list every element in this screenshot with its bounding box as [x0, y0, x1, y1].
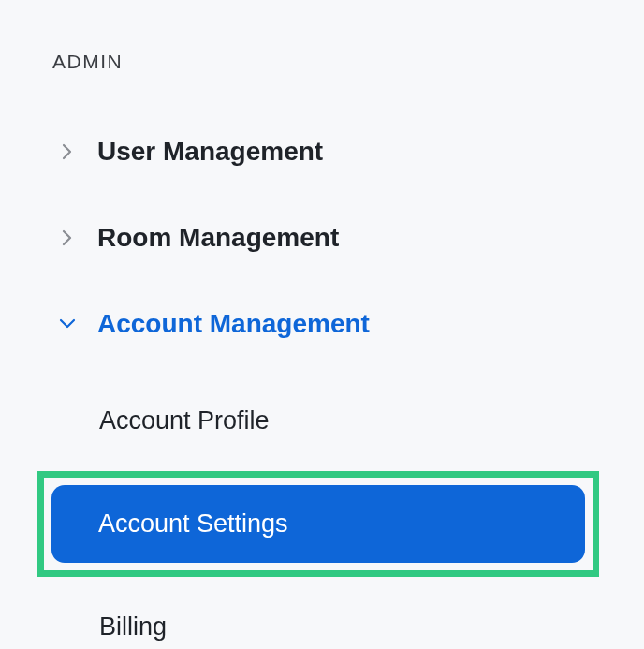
nav-label: Account Management [97, 309, 370, 339]
nav-item-user-management[interactable]: User Management [47, 137, 597, 167]
chevron-right-icon [56, 140, 79, 163]
chevron-right-icon [56, 227, 79, 249]
nav-item-account-management[interactable]: Account Management [47, 309, 597, 339]
nav-label: User Management [97, 137, 323, 167]
section-header: ADMIN [47, 51, 597, 73]
sub-nav-list: Account Profile Account Settings Billing [47, 388, 597, 649]
sub-item-account-settings[interactable]: Account Settings [51, 485, 585, 563]
sub-item-billing[interactable]: Billing [47, 594, 597, 649]
nav-list: User Management Room Management Account … [47, 137, 597, 339]
chevron-down-icon [56, 313, 79, 335]
admin-sidebar: ADMIN User Management Room Management [0, 0, 644, 649]
nav-label: Room Management [97, 223, 339, 253]
highlight-box: Account Settings [37, 471, 599, 577]
nav-item-room-management[interactable]: Room Management [47, 223, 597, 253]
sub-item-account-profile[interactable]: Account Profile [47, 388, 597, 454]
